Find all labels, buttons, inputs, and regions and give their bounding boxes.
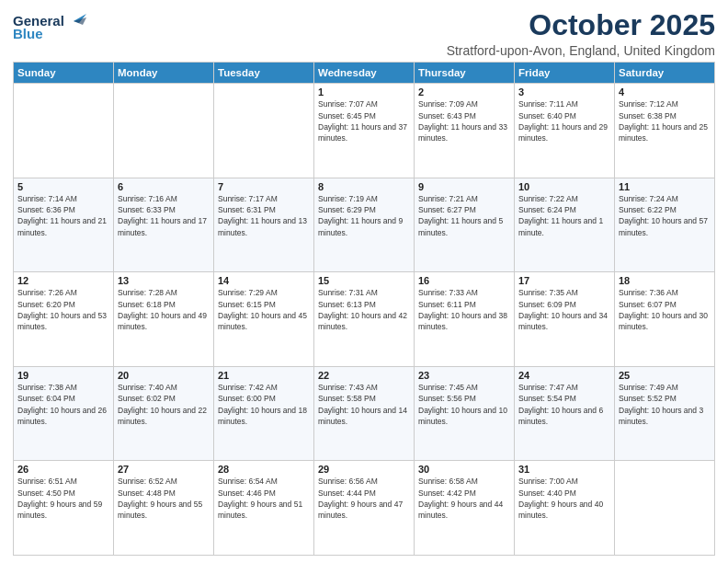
header-wednesday: Wednesday <box>314 63 415 84</box>
day-number: 4 <box>619 86 711 98</box>
table-row: 4Sunrise: 7:12 AM Sunset: 6:38 PM Daylig… <box>615 84 715 178</box>
logo-blue-text: Blue <box>13 26 43 41</box>
table-row: 5Sunrise: 7:14 AM Sunset: 6:36 PM Daylig… <box>14 178 114 272</box>
table-row: 27Sunrise: 6:52 AM Sunset: 4:48 PM Dayli… <box>114 461 214 556</box>
table-row: 25Sunrise: 7:49 AM Sunset: 5:52 PM Dayli… <box>615 366 715 461</box>
day-info: Sunrise: 7:21 AM Sunset: 6:27 PM Dayligh… <box>418 193 510 238</box>
day-number: 29 <box>318 464 410 475</box>
header: General Blue October 2025 Stratford-upon… <box>13 9 715 58</box>
day-info: Sunrise: 6:51 AM Sunset: 4:50 PM Dayligh… <box>17 476 109 521</box>
page: General Blue October 2025 Stratford-upon… <box>0 0 728 563</box>
day-info: Sunrise: 7:42 AM Sunset: 6:00 PM Dayligh… <box>218 382 310 427</box>
day-number: 8 <box>318 181 410 192</box>
day-number: 1 <box>318 86 410 98</box>
day-info: Sunrise: 7:28 AM Sunset: 6:18 PM Dayligh… <box>118 287 210 332</box>
day-number: 11 <box>619 181 711 192</box>
table-row: 30Sunrise: 6:58 AM Sunset: 4:42 PM Dayli… <box>415 461 515 556</box>
day-number: 5 <box>17 181 109 192</box>
calendar-week-row: 12Sunrise: 7:26 AM Sunset: 6:20 PM Dayli… <box>14 272 715 367</box>
day-info: Sunrise: 7:11 AM Sunset: 6:40 PM Dayligh… <box>518 98 610 144</box>
day-number: 26 <box>17 464 109 475</box>
table-row <box>14 84 114 178</box>
day-info: Sunrise: 7:29 AM Sunset: 6:15 PM Dayligh… <box>218 287 310 332</box>
day-info: Sunrise: 7:47 AM Sunset: 5:54 PM Dayligh… <box>518 382 610 427</box>
table-row: 2Sunrise: 7:09 AM Sunset: 6:43 PM Daylig… <box>415 84 515 178</box>
table-row: 21Sunrise: 7:42 AM Sunset: 6:00 PM Dayli… <box>214 366 314 461</box>
calendar-week-row: 19Sunrise: 7:38 AM Sunset: 6:04 PM Dayli… <box>14 366 715 461</box>
day-number: 22 <box>318 370 410 381</box>
table-row: 28Sunrise: 6:54 AM Sunset: 4:46 PM Dayli… <box>214 461 314 556</box>
day-info: Sunrise: 7:12 AM Sunset: 6:38 PM Dayligh… <box>619 98 711 144</box>
table-row: 9Sunrise: 7:21 AM Sunset: 6:27 PM Daylig… <box>415 178 515 272</box>
day-info: Sunrise: 7:24 AM Sunset: 6:22 PM Dayligh… <box>619 193 711 238</box>
day-info: Sunrise: 7:40 AM Sunset: 6:02 PM Dayligh… <box>118 382 210 427</box>
table-row: 8Sunrise: 7:19 AM Sunset: 6:29 PM Daylig… <box>314 178 415 272</box>
day-info: Sunrise: 6:58 AM Sunset: 4:42 PM Dayligh… <box>418 476 510 521</box>
location-subtitle: Stratford-upon-Avon, England, United Kin… <box>447 43 715 58</box>
table-row: 15Sunrise: 7:31 AM Sunset: 6:13 PM Dayli… <box>314 272 415 367</box>
table-row: 22Sunrise: 7:43 AM Sunset: 5:58 PM Dayli… <box>314 366 415 461</box>
header-saturday: Saturday <box>615 63 715 84</box>
day-number: 10 <box>518 181 610 192</box>
day-number: 3 <box>518 86 610 98</box>
table-row: 23Sunrise: 7:45 AM Sunset: 5:56 PM Dayli… <box>415 366 515 461</box>
header-sunday: Sunday <box>14 63 114 84</box>
day-number: 19 <box>17 370 109 381</box>
weekday-header-row: Sunday Monday Tuesday Wednesday Thursday… <box>14 63 715 84</box>
table-row: 12Sunrise: 7:26 AM Sunset: 6:20 PM Dayli… <box>14 272 114 367</box>
table-row: 17Sunrise: 7:35 AM Sunset: 6:09 PM Dayli… <box>515 272 615 367</box>
table-row <box>214 84 314 178</box>
header-friday: Friday <box>515 63 615 84</box>
table-row: 11Sunrise: 7:24 AM Sunset: 6:22 PM Dayli… <box>615 178 715 272</box>
day-info: Sunrise: 7:22 AM Sunset: 6:24 PM Dayligh… <box>518 193 610 238</box>
day-number: 15 <box>318 275 410 286</box>
title-section: October 2025 Stratford-upon-Avon, Englan… <box>447 9 715 58</box>
calendar-week-row: 5Sunrise: 7:14 AM Sunset: 6:36 PM Daylig… <box>14 178 715 272</box>
day-number: 20 <box>118 370 210 381</box>
table-row: 31Sunrise: 7:00 AM Sunset: 4:40 PM Dayli… <box>515 461 615 556</box>
calendar-week-row: 26Sunrise: 6:51 AM Sunset: 4:50 PM Dayli… <box>14 461 715 556</box>
day-number: 25 <box>619 370 711 381</box>
day-number: 18 <box>619 275 711 286</box>
day-info: Sunrise: 7:49 AM Sunset: 5:52 PM Dayligh… <box>619 382 711 427</box>
day-number: 23 <box>418 370 510 381</box>
table-row: 3Sunrise: 7:11 AM Sunset: 6:40 PM Daylig… <box>515 84 615 178</box>
table-row: 13Sunrise: 7:28 AM Sunset: 6:18 PM Dayli… <box>114 272 214 367</box>
header-tuesday: Tuesday <box>214 63 314 84</box>
table-row: 24Sunrise: 7:47 AM Sunset: 5:54 PM Dayli… <box>515 366 615 461</box>
table-row <box>114 84 214 178</box>
day-info: Sunrise: 7:45 AM Sunset: 5:56 PM Dayligh… <box>418 382 510 427</box>
table-row <box>615 461 715 556</box>
table-row: 6Sunrise: 7:16 AM Sunset: 6:33 PM Daylig… <box>114 178 214 272</box>
day-info: Sunrise: 7:16 AM Sunset: 6:33 PM Dayligh… <box>118 193 210 238</box>
day-number: 17 <box>518 275 610 286</box>
table-row: 14Sunrise: 7:29 AM Sunset: 6:15 PM Dayli… <box>214 272 314 367</box>
header-monday: Monday <box>114 63 214 84</box>
day-number: 7 <box>218 181 310 192</box>
table-row: 10Sunrise: 7:22 AM Sunset: 6:24 PM Dayli… <box>515 178 615 272</box>
day-number: 14 <box>218 275 310 286</box>
day-number: 21 <box>218 370 310 381</box>
day-info: Sunrise: 7:43 AM Sunset: 5:58 PM Dayligh… <box>318 382 410 427</box>
day-number: 2 <box>418 86 510 98</box>
day-info: Sunrise: 7:00 AM Sunset: 4:40 PM Dayligh… <box>518 476 610 521</box>
day-number: 27 <box>118 464 210 475</box>
day-number: 28 <box>218 464 310 475</box>
table-row: 7Sunrise: 7:17 AM Sunset: 6:31 PM Daylig… <box>214 178 314 272</box>
day-info: Sunrise: 7:33 AM Sunset: 6:11 PM Dayligh… <box>418 287 510 332</box>
table-row: 20Sunrise: 7:40 AM Sunset: 6:02 PM Dayli… <box>114 366 214 461</box>
day-info: Sunrise: 7:36 AM Sunset: 6:07 PM Dayligh… <box>619 287 711 332</box>
day-number: 30 <box>418 464 510 475</box>
day-info: Sunrise: 7:09 AM Sunset: 6:43 PM Dayligh… <box>418 98 510 144</box>
day-info: Sunrise: 6:56 AM Sunset: 4:44 PM Dayligh… <box>318 476 410 521</box>
day-info: Sunrise: 7:14 AM Sunset: 6:36 PM Dayligh… <box>17 193 109 238</box>
day-info: Sunrise: 7:31 AM Sunset: 6:13 PM Dayligh… <box>318 287 410 332</box>
table-row: 26Sunrise: 6:51 AM Sunset: 4:50 PM Dayli… <box>14 461 114 556</box>
day-info: Sunrise: 7:19 AM Sunset: 6:29 PM Dayligh… <box>318 193 410 238</box>
day-number: 9 <box>418 181 510 192</box>
table-row: 29Sunrise: 6:56 AM Sunset: 4:44 PM Dayli… <box>314 461 415 556</box>
day-info: Sunrise: 7:17 AM Sunset: 6:31 PM Dayligh… <box>218 193 310 238</box>
day-number: 13 <box>118 275 210 286</box>
header-thursday: Thursday <box>415 63 515 84</box>
calendar-table: Sunday Monday Tuesday Wednesday Thursday… <box>13 62 715 556</box>
